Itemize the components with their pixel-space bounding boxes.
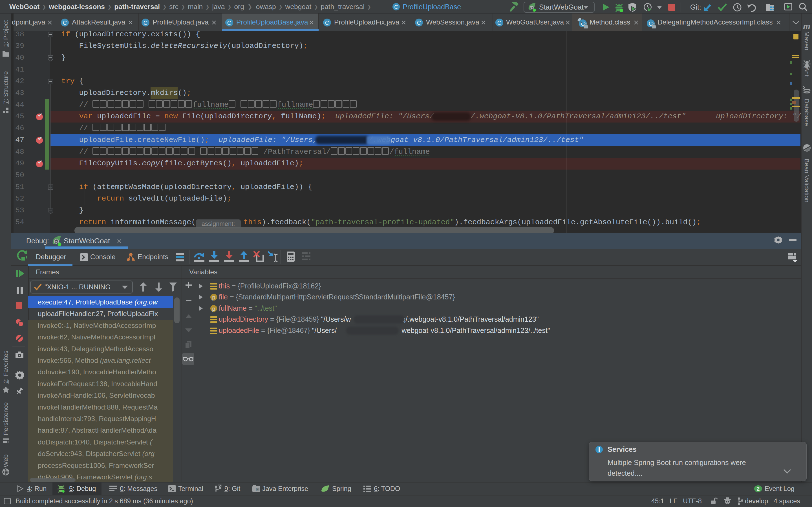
svg-text:Git:: Git: [690,3,701,11]
svg-text:p: p [212,305,215,312]
svg-text:p: p [212,294,215,300]
svg-text:EE: EE [256,488,260,491]
svg-text:C: C [394,4,398,10]
svg-text:2: 2 [757,486,760,492]
svg-text:StartWebGoat: StartWebGoat [539,3,583,11]
